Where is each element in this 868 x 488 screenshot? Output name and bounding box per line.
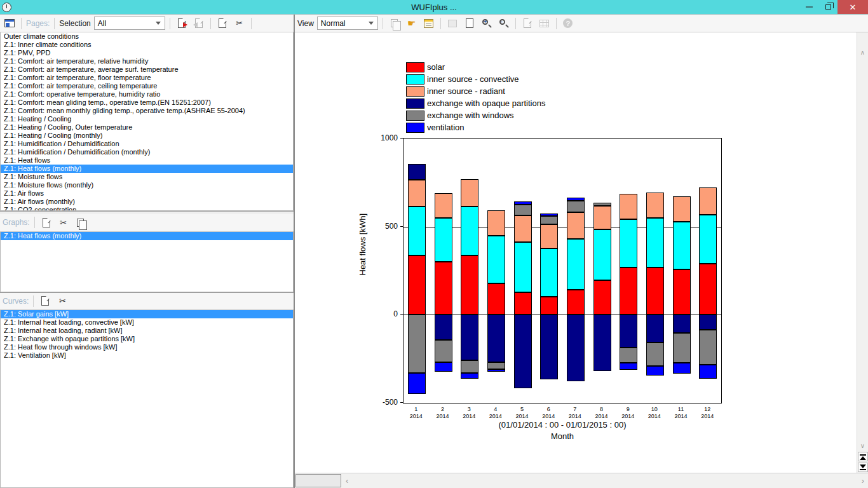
hand-pointer-button[interactable]: ☛ bbox=[405, 17, 419, 30]
view-toolbar: View Normal ☛ + - ? bbox=[295, 15, 868, 32]
list-item[interactable]: Z.1: CO2-concentration bbox=[1, 206, 293, 211]
list-item[interactable]: Z.1: Comfort: air temperature, relative … bbox=[1, 57, 293, 65]
scroll-right-button[interactable]: › bbox=[862, 476, 864, 485]
list-item[interactable]: Z.1: Comfort: mean gliding temp., operat… bbox=[1, 98, 293, 107]
y-tick-mark bbox=[400, 402, 403, 403]
list-item[interactable]: Z.1: Heat flows (monthly) bbox=[1, 232, 293, 240]
minimize-button[interactable] bbox=[799, 0, 818, 14]
list-item[interactable]: Z.1: Humidification / Dehumidification bbox=[1, 140, 293, 148]
bar-segment bbox=[593, 280, 611, 315]
scroll-down-button[interactable]: ∨ bbox=[857, 440, 868, 451]
list-item[interactable]: Z.1: Internal heat loading, convective [… bbox=[1, 318, 293, 327]
cut-curve-button[interactable]: ✂ bbox=[55, 294, 69, 308]
table-icon bbox=[539, 20, 549, 27]
new-curve-button[interactable] bbox=[38, 294, 52, 308]
cut-page-button[interactable]: ✂ bbox=[233, 17, 247, 30]
toolbar-separator bbox=[251, 18, 252, 29]
list-item[interactable]: Z.1: Comfort: air temperature, ceiling t… bbox=[1, 82, 293, 90]
bar-segment bbox=[408, 180, 426, 207]
vertical-scrollbar[interactable]: ∧ ∨ bbox=[857, 32, 868, 473]
scroll-left-button[interactable]: ‹ bbox=[346, 476, 348, 485]
new-page-icon bbox=[219, 18, 226, 28]
chart-panel: View Normal ☛ + - ? bbox=[295, 15, 868, 488]
legend-row: exchange with windows bbox=[406, 109, 545, 121]
list-item[interactable]: Z.1: Heating / Cooling (monthly) bbox=[1, 132, 293, 140]
import-page-button bbox=[192, 17, 206, 30]
toolbar-separator bbox=[34, 217, 35, 228]
zoom-out-button[interactable]: - bbox=[497, 17, 511, 30]
scroll-up-button[interactable]: ∧ bbox=[857, 46, 868, 58]
list-item[interactable]: Z.1: Air flows (monthly) bbox=[1, 198, 293, 206]
bar-segment bbox=[673, 222, 691, 270]
list-item[interactable]: Z.1: Heating / Cooling bbox=[1, 115, 293, 123]
list-item[interactable]: Z.1: Heat flows bbox=[1, 156, 293, 165]
view-dropdown-value: Normal bbox=[321, 19, 366, 28]
list-item[interactable]: Z.1: Comfort: mean monthly gliding temp.… bbox=[1, 107, 293, 115]
bar-segment bbox=[514, 242, 532, 292]
legend-swatch bbox=[406, 123, 424, 133]
x-tick-label: 112014 bbox=[668, 406, 694, 420]
list-item[interactable]: Z.1: Comfort: operative temperature, hum… bbox=[1, 90, 293, 98]
list-item[interactable]: Z.1: Moisture flows bbox=[1, 173, 293, 181]
list-item[interactable]: Z.1: Internal heat loading, radiant [kW] bbox=[1, 327, 293, 335]
report-view-button[interactable] bbox=[3, 17, 17, 30]
list-item[interactable]: Z.1: Exchange with opaque partitions [kW… bbox=[1, 335, 293, 343]
x-tick-label: 52014 bbox=[510, 406, 535, 420]
list-item[interactable]: Z.1: Heat flow through windows [kW] bbox=[1, 343, 293, 351]
scroll-to-bottom-button[interactable] bbox=[858, 463, 868, 472]
gray-box-icon bbox=[448, 20, 457, 27]
list-item[interactable]: Outer climate conditions bbox=[1, 32, 293, 41]
bar-segment bbox=[435, 340, 452, 362]
list-item[interactable]: Z.1: Comfort: air temperature, average s… bbox=[1, 65, 293, 74]
bar-segment bbox=[646, 268, 664, 315]
toolbar-separator bbox=[170, 18, 170, 29]
graphs-list: Z.1: Heat flows (monthly) bbox=[0, 232, 294, 292]
view-dropdown[interactable]: Normal bbox=[317, 17, 378, 30]
properties-button[interactable] bbox=[422, 17, 436, 30]
bar-segment bbox=[514, 205, 532, 215]
restore-button[interactable] bbox=[818, 0, 837, 14]
x-tick-label: 22014 bbox=[430, 406, 456, 420]
export-page-button[interactable] bbox=[175, 17, 189, 30]
new-page-button[interactable] bbox=[215, 17, 229, 30]
zoom-in-button[interactable]: + bbox=[480, 17, 494, 30]
bar-segment bbox=[540, 216, 558, 224]
horizontal-scrollbar-track[interactable]: ‹ › bbox=[342, 473, 868, 488]
export-chart-button bbox=[520, 17, 534, 30]
list-item[interactable]: Z.1: Heat flows (monthly) bbox=[1, 165, 293, 173]
bar-segment bbox=[540, 315, 558, 379]
list-item[interactable]: Z.1: Moisture flows (monthly) bbox=[1, 181, 293, 189]
list-item[interactable]: Z.1: Comfort: air temperature, floor tem… bbox=[1, 74, 293, 82]
bar-segment bbox=[461, 315, 478, 360]
pages-list: Outer climate conditionsZ.1: Inner clima… bbox=[0, 32, 294, 211]
pane-resize-box[interactable] bbox=[295, 474, 341, 487]
table-view-button bbox=[538, 17, 552, 30]
list-item[interactable]: Z.1: Inner climate conditions bbox=[1, 41, 293, 49]
list-item[interactable]: Z.1: PMV, PPD bbox=[1, 49, 293, 57]
copy-graph-button[interactable] bbox=[74, 215, 88, 229]
legend-label: exchange with windows bbox=[427, 111, 514, 120]
new-graph-button[interactable] bbox=[39, 215, 53, 229]
curves-list: Z.1: Solar gains [kW]Z.1: Internal heat … bbox=[0, 310, 294, 488]
bar-segment bbox=[699, 264, 717, 315]
bar-segment bbox=[673, 333, 691, 363]
close-button[interactable]: ✕ bbox=[837, 0, 868, 14]
cut-graph-button[interactable]: ✂ bbox=[57, 215, 71, 229]
list-item[interactable]: Z.1: Heating / Cooling, Outer temperatur… bbox=[1, 123, 293, 132]
list-item[interactable]: Z.1: Air flows bbox=[1, 189, 293, 198]
zoom-in-icon: + bbox=[482, 18, 492, 29]
bar-segment bbox=[567, 315, 585, 381]
cut-icon: ✂ bbox=[60, 218, 67, 227]
scroll-to-top-button[interactable] bbox=[858, 452, 868, 461]
bar-segment bbox=[620, 194, 637, 219]
list-item[interactable]: Z.1: Ventilation [kW] bbox=[1, 351, 293, 360]
bar-segment bbox=[699, 315, 717, 330]
bar-segment bbox=[673, 196, 691, 221]
bar-segment bbox=[435, 262, 452, 315]
legend-swatch bbox=[406, 74, 424, 85]
list-item[interactable]: Z.1: Humidification / Dehumidification (… bbox=[1, 148, 293, 156]
list-item[interactable]: Z.1: Solar gains [kW] bbox=[1, 310, 293, 318]
bar-segment bbox=[699, 365, 717, 379]
selection-dropdown[interactable]: All bbox=[94, 17, 165, 30]
page-view-button[interactable] bbox=[463, 17, 477, 30]
